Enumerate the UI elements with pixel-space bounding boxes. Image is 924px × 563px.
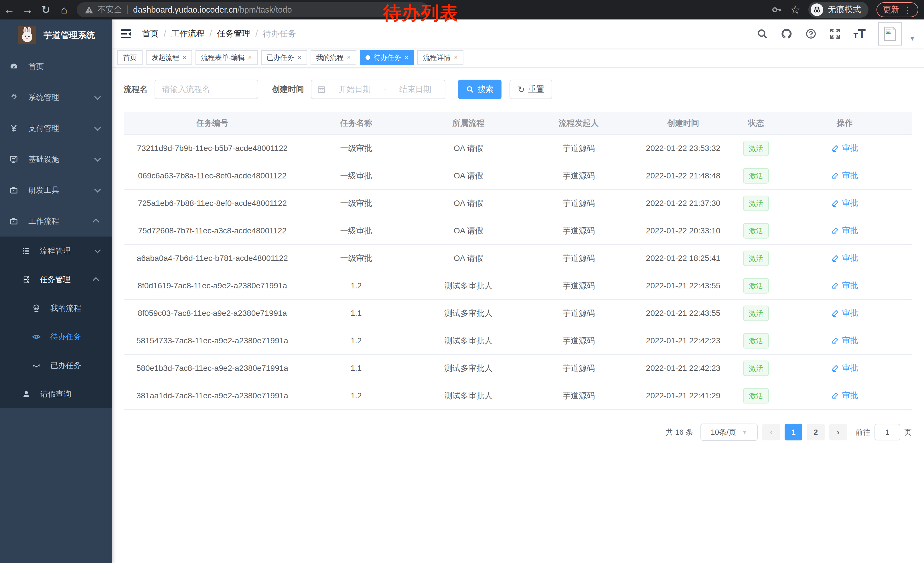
avatar[interactable]: [878, 22, 902, 45]
browser-reload-icon[interactable]: ↻: [37, 3, 55, 16]
approve-button[interactable]: 审批: [831, 308, 858, 318]
url-host: dashboard.yudao.iocoder.cn: [133, 5, 237, 15]
menu-dots-icon[interactable]: ⋮: [903, 5, 912, 15]
approve-label: 审批: [842, 252, 858, 263]
page-size-select[interactable]: 10条/页 ▼: [700, 423, 758, 441]
prev-page-button[interactable]: ‹: [762, 424, 780, 440]
sidebar-item-label: 研发工具: [28, 185, 59, 195]
update-button[interactable]: 更新 ⋮: [876, 2, 918, 17]
logo-image: [18, 26, 36, 44]
status-badge: 激活: [743, 333, 769, 348]
sidebar-item-workflow[interactable]: 工作流程: [0, 206, 112, 237]
approve-button[interactable]: 审批: [831, 335, 858, 346]
start-date-input[interactable]: 开始日期: [331, 84, 378, 95]
reset-button[interactable]: ↻ 重置: [510, 80, 552, 99]
main-area: 首页 / 工作流程 / 任务管理 / 待办任务 TT: [112, 20, 924, 563]
browser-back-icon[interactable]: ←: [0, 4, 18, 16]
close-icon[interactable]: ×: [183, 54, 186, 61]
tab-start-process[interactable]: 发起流程×: [146, 50, 192, 65]
sidebar-item-devtools[interactable]: 研发工具: [0, 175, 112, 206]
approve-button[interactable]: 审批: [831, 198, 858, 209]
next-page-button[interactable]: ›: [829, 424, 847, 440]
security-label[interactable]: 不安全: [98, 4, 122, 15]
approve-button[interactable]: 审批: [831, 170, 858, 181]
edit-pencil-icon: [831, 199, 839, 207]
key-icon[interactable]: [771, 4, 782, 15]
table-row: 8f0d1619-7ac8-11ec-a9e2-a2380e71991a 1.2…: [124, 272, 912, 300]
sidebar-item-todo-task[interactable]: 待办任务: [0, 323, 112, 351]
close-icon[interactable]: ×: [248, 54, 252, 61]
cell-process: OA 请假: [411, 217, 525, 245]
fullscreen-icon[interactable]: [829, 28, 841, 39]
sidebar-item-label: 流程管理: [40, 246, 71, 256]
search-button[interactable]: 搜索: [458, 80, 501, 99]
person-icon: [32, 304, 40, 312]
status-badge: 激活: [743, 251, 769, 266]
end-date-input[interactable]: 结束日期: [392, 84, 439, 95]
app-logo[interactable]: 芋道管理系统: [0, 20, 112, 51]
date-range-picker[interactable]: 开始日期 - 结束日期: [311, 80, 446, 99]
collapse-sidebar-icon[interactable]: [120, 29, 132, 39]
tab-todo-task[interactable]: 待办任务×: [360, 50, 414, 65]
tab-home[interactable]: 首页: [117, 50, 142, 65]
process-name-input[interactable]: [154, 80, 258, 99]
close-icon[interactable]: ×: [347, 54, 351, 61]
app-frame: 芋道管理系统 首页 系统管理 支付管理 基础设施: [0, 20, 924, 563]
pagination: 共 16 条 10条/页 ▼ ‹ 1 2 › 前往 页: [124, 423, 912, 441]
page-button-2[interactable]: 2: [807, 424, 825, 440]
approve-button[interactable]: 审批: [831, 143, 858, 153]
close-icon[interactable]: ×: [454, 54, 458, 61]
tab-done-task[interactable]: 已办任务×: [261, 50, 307, 65]
sidebar-item-leave-query[interactable]: 请假查询: [0, 380, 112, 408]
sidebar-item-payment[interactable]: 支付管理: [0, 113, 112, 144]
breadcrumb-home[interactable]: 首页: [142, 28, 159, 39]
tab-process-form-edit[interactable]: 流程表单-编辑×: [195, 50, 258, 65]
cell-status: 激活: [735, 327, 778, 354]
approve-button[interactable]: 审批: [831, 280, 858, 291]
cell-process: 测试多审批人: [411, 272, 525, 300]
approve-button[interactable]: 审批: [831, 225, 858, 236]
address-bar[interactable]: 不安全 dashboard.yudao.iocoder.cn /bpm/task…: [77, 2, 429, 17]
filter-form: 流程名 创建时间 开始日期 - 结束日期 搜索 ↻: [124, 79, 912, 100]
browser-home-icon[interactable]: ⌂: [55, 4, 73, 16]
breadcrumb-workflow[interactable]: 工作流程: [171, 28, 204, 39]
avatar-caret-icon[interactable]: ▼: [909, 35, 915, 42]
breadcrumb-current: 待办任务: [263, 28, 296, 39]
goto-page: 前往 页: [856, 424, 912, 440]
font-size-icon[interactable]: TT: [853, 27, 866, 41]
sidebar-item-home[interactable]: 首页: [0, 51, 112, 82]
cell-task-name: 1.2: [301, 272, 411, 300]
cell-task-id: 75d72608-7b7f-11ec-a3c8-acde48001122: [124, 217, 301, 245]
cell-actions: 审批: [778, 327, 912, 354]
eye-closed-icon: [32, 361, 40, 370]
edit-pencil-icon: [831, 309, 839, 317]
task-table: 任务编号 任务名称 所属流程 流程发起人 创建时间 状态 操作 73211d9d…: [124, 112, 912, 410]
page-button-1[interactable]: 1: [784, 424, 802, 440]
sidebar-item-done-task[interactable]: 已办任务: [0, 351, 112, 380]
breadcrumb-task-mgmt[interactable]: 任务管理: [217, 28, 250, 39]
sidebar-item-my-process[interactable]: 我的流程: [0, 294, 112, 323]
sidebar-item-system[interactable]: 系统管理: [0, 82, 112, 113]
sidebar-item-task-mgmt[interactable]: 任务管理: [0, 265, 112, 294]
approve-button[interactable]: 审批: [831, 252, 858, 263]
approve-button[interactable]: 审批: [831, 363, 858, 374]
tab-process-detail[interactable]: 流程详情×: [417, 50, 464, 65]
goto-page-input[interactable]: [874, 424, 900, 440]
workflow-submenu: 流程管理 任务管理 我的流程 待办任务 已办: [0, 237, 112, 408]
github-icon[interactable]: [781, 28, 793, 40]
sidebar-item-process-mgmt[interactable]: 流程管理: [0, 237, 112, 265]
cell-task-name: 一级审批: [301, 217, 411, 245]
close-icon[interactable]: ×: [405, 54, 408, 61]
close-icon[interactable]: ×: [298, 54, 302, 61]
approve-button[interactable]: 审批: [831, 390, 858, 401]
search-icon: [466, 86, 474, 93]
browser-forward-icon[interactable]: →: [18, 4, 37, 16]
table-row: a6aba0a4-7b6d-11ec-b781-acde48001122 一级审…: [124, 245, 912, 272]
cell-task-name: 一级审批: [301, 189, 411, 217]
bookmark-star-icon[interactable]: ☆: [790, 3, 800, 17]
search-icon[interactable]: [756, 28, 768, 39]
sidebar-item-infra[interactable]: 基础设施: [0, 144, 112, 175]
help-icon[interactable]: [805, 28, 817, 39]
dashboard-icon: [9, 62, 18, 71]
tab-my-process[interactable]: 我的流程×: [310, 50, 357, 65]
